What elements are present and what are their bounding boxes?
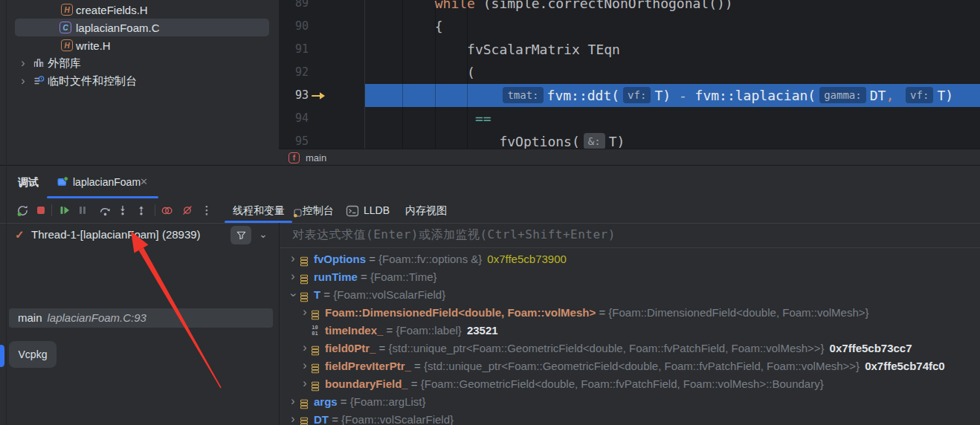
variable-row-timeindex[interactable]: 1001 timeIndex_ = {Foam::label}23521 <box>280 322 980 340</box>
variables-panel: 对表达式求值(Enter)或添加监视(Ctrl+Shift+Enter) › f… <box>279 223 980 425</box>
chevron-right-icon[interactable]: › <box>288 393 298 411</box>
stop-button[interactable] <box>33 203 48 218</box>
code-line-95: fvOptions(&:T) <box>370 130 625 149</box>
chevron-right-icon[interactable]: › <box>288 250 298 268</box>
pause-button[interactable] <box>75 203 90 218</box>
chevron-right-icon[interactable]: › <box>300 357 310 375</box>
inlay-hint-vf: vf: <box>623 87 651 103</box>
debug-toolbar: ⋮ 线程和变量 控制台 LLDB 内存视图 <box>0 198 980 224</box>
variable-icon <box>299 415 309 425</box>
tree-item-external-libraries[interactable]: › 外部库 <box>0 54 279 72</box>
variable-row-boundaryfield[interactable]: › boundaryField_ = {Foam::GeometricField… <box>280 375 980 393</box>
tree-item-scratches[interactable]: › 临时文件和控制台 <box>0 72 279 90</box>
step-over-button[interactable] <box>97 203 112 218</box>
variable-row-args[interactable]: › args = {Foam::argList} <box>280 393 980 411</box>
code-line-92: ( <box>370 61 475 84</box>
header-file-icon: H <box>61 4 73 16</box>
check-icon: ✓ <box>15 223 25 247</box>
rerun-button[interactable] <box>15 203 30 218</box>
step-out-button[interactable] <box>134 203 149 218</box>
chevron-right-icon[interactable]: › <box>288 411 298 425</box>
debug-tool-window: 调试 laplacianFoam ✕ <box>0 165 980 425</box>
debug-session-tab[interactable]: laplacianFoam ✕ <box>47 166 158 198</box>
line-number-current[interactable]: 93 <box>279 84 309 107</box>
session-app-icon <box>57 176 68 191</box>
chevron-right-icon[interactable]: › <box>288 268 298 286</box>
variable-row-dimensionedfield[interactable]: › Foam::DimensionedField<double, Foam::v… <box>280 304 980 322</box>
more-options-icon[interactable]: ⋮ <box>199 203 214 218</box>
variable-row-fvoptions[interactable]: › fvOptions = {Foam::fv::options &}0x7ff… <box>280 250 980 268</box>
code-line-94: == <box>370 107 491 130</box>
function-icon: f <box>288 152 300 163</box>
line-number[interactable]: 90 <box>279 15 309 38</box>
code-line-91: fvScalarMatrix TEqn <box>370 38 620 61</box>
breadcrumb-bar: f main <box>279 149 980 166</box>
variable-row-runtime[interactable]: › runTime = {Foam::Time} <box>280 268 980 286</box>
tree-item-label: createFields.H <box>76 1 148 19</box>
execution-pointer-icon <box>311 90 327 105</box>
tab-threads-variables[interactable]: 线程和变量 <box>233 198 285 223</box>
toolwindow-stripe-indicator[interactable] <box>0 345 4 367</box>
variable-row-dt[interactable]: › DT = {Foam::volScalarField} <box>280 411 980 425</box>
tree-item-label: 临时文件和控制台 <box>48 72 137 90</box>
variable-row-fieldpreviterptr[interactable]: › fieldPrevIterPtr_ = {std::unique_ptr<F… <box>280 357 980 375</box>
mute-breakpoints-button[interactable] <box>180 203 195 218</box>
tree-item-laplacianfoam[interactable]: C laplacianFoam.C <box>0 19 279 36</box>
debug-panel-title: 调试 <box>18 166 39 198</box>
toolbar-separator <box>155 204 155 216</box>
inlay-hint-gamma: gamma: <box>819 87 866 103</box>
chevron-right-icon[interactable]: › <box>300 375 310 393</box>
frames-panel: ✓ Thread-1-[laplacianFoam] (28939) ⌄ mai… <box>0 223 279 425</box>
filter-frames-button[interactable] <box>231 226 251 244</box>
tab-console[interactable]: 控制台 <box>303 198 334 223</box>
breadcrumb-main[interactable]: main <box>306 152 326 163</box>
line-number[interactable]: 95 <box>279 130 309 149</box>
tree-item-label: write.H <box>76 36 111 54</box>
inlay-hint-tmat: tmat: <box>503 87 543 103</box>
thread-selector[interactable]: ✓ Thread-1-[laplacianFoam] (28939) ⌄ <box>0 223 279 247</box>
tree-item-label: laplacianFoam.C <box>76 19 160 36</box>
step-into-button[interactable] <box>115 203 130 218</box>
chevron-right-icon[interactable]: › <box>18 54 28 72</box>
line-number[interactable]: 92 <box>279 61 309 84</box>
variable-row-field0ptr[interactable]: › field0Ptr_ = {std::unique_ptr<Foam::Ge… <box>280 340 980 357</box>
close-icon[interactable]: ✕ <box>140 166 148 198</box>
console-badge-icon <box>293 207 303 221</box>
stack-frame-main[interactable]: mainlaplacianFoam.C:93 <box>9 308 273 328</box>
chevron-right-icon[interactable]: › <box>300 304 310 322</box>
vcpkg-button[interactable]: Vcpkg <box>9 341 57 368</box>
tree-item-createfields[interactable]: H createFields.H <box>0 1 279 19</box>
variable-row-t[interactable]: › T = {Foam::volScalarField} <box>280 286 980 304</box>
variable-icon <box>310 379 320 393</box>
scratches-icon <box>33 75 45 89</box>
code-line-90: { <box>370 15 443 38</box>
tab-memory-view[interactable]: 内存视图 <box>405 198 447 223</box>
view-breakpoints-button[interactable] <box>159 203 174 218</box>
inlay-hint-ref: &: <box>584 133 605 149</box>
code-editor: 89 90 91 92 93 94 95 while (simple.corre… <box>279 0 980 149</box>
terminal-icon <box>345 204 360 218</box>
code-line-93-current: tmat:fvm::ddt(vf:T) - fvm::laplacian(gam… <box>370 84 953 107</box>
inlay-hint-vf: vf: <box>906 87 933 103</box>
binary-number-icon: 1001 <box>309 325 320 337</box>
library-icon <box>33 57 45 71</box>
line-number[interactable]: 89 <box>279 0 309 15</box>
chevron-right-icon[interactable]: › <box>300 340 310 357</box>
evaluate-expression-input[interactable]: 对表达式求值(Enter)或添加监视(Ctrl+Shift+Enter) <box>280 223 980 248</box>
chevron-right-icon[interactable]: › <box>18 72 28 90</box>
variable-icon <box>310 361 320 375</box>
project-tree-panel: H createFields.H C laplacianFoam.C H wri… <box>0 0 279 165</box>
gutter-separator <box>364 0 365 149</box>
evaluate-placeholder: 对表达式求值(Enter)或添加监视(Ctrl+Shift+Enter) <box>292 223 616 247</box>
cpp-file-icon: C <box>59 22 71 33</box>
code-line-89: while (simple.correctNonOrthogonal()) <box>370 0 733 15</box>
chevron-down-icon[interactable]: ⌄ <box>259 223 268 245</box>
line-number[interactable]: 94 <box>279 107 309 130</box>
line-number[interactable]: 91 <box>279 38 309 61</box>
tab-lldb[interactable]: LLDB <box>364 198 390 223</box>
session-tab-label: laplacianFoam <box>73 166 141 198</box>
tree-item-write[interactable]: H write.H <box>0 36 279 54</box>
header-file-icon: H <box>61 39 73 51</box>
variable-icon <box>299 254 309 268</box>
resume-button[interactable] <box>57 203 72 218</box>
